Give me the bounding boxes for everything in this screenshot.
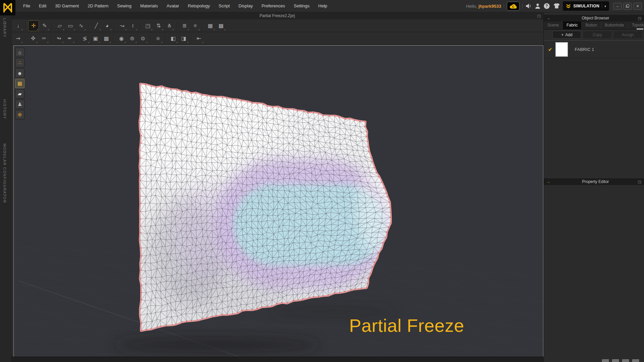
pin-arrow-icon[interactable]: → — [546, 179, 550, 184]
toolbar-separator — [177, 22, 177, 30]
attach-curve-icon[interactable]: ↬ — [54, 34, 64, 44]
fabric-texture-icon[interactable]: ▣ — [91, 34, 101, 44]
select-button-icon[interactable]: ◉ — [116, 34, 126, 44]
buttonhole-lock-icon[interactable]: ⊜ — [138, 34, 148, 44]
pin-select-icon[interactable]: ✜ — [28, 34, 38, 44]
toolbar-separator — [52, 22, 52, 30]
segment-sewing-icon[interactable]: ↝ — [117, 21, 127, 31]
tab-buttonhole[interactable]: Buttonhole — [601, 21, 628, 29]
mode-selector[interactable]: SIMULATION ▾ — [563, 1, 609, 11]
flatten-left-icon[interactable]: ◧ — [168, 34, 178, 44]
3d-viewport[interactable]: ⌂∴☻▦▰♟⊕ Partial Freeze — [13, 45, 543, 357]
toolbar-separator — [77, 35, 77, 43]
menu-help[interactable]: Help — [314, 0, 332, 12]
assign-button[interactable]: Assign — [613, 31, 642, 39]
menu-3d-garment[interactable]: 3D Garment — [51, 0, 83, 12]
side-tab-modular-configurator[interactable]: MODULAR CONFIGURATOR — [3, 143, 7, 203]
zipper-icon[interactable]: ≑ — [153, 34, 163, 44]
mesh-view-icon[interactable]: ▦ — [15, 79, 24, 88]
edit-curvature-icon[interactable]: ∿ — [76, 21, 86, 31]
pattern-outline-icon[interactable]: ◳ — [143, 21, 153, 31]
bottom-strip — [11, 357, 543, 362]
separator — [522, 4, 523, 8]
edit-sewing-icon[interactable]: ╱ — [91, 21, 101, 31]
menu-sewing[interactable]: Sewing — [113, 0, 136, 12]
minimize-button[interactable]: – — [613, 3, 622, 10]
avatar-bust-icon[interactable]: ♟ — [15, 100, 24, 109]
expand-window-icon[interactable]: ◳ — [537, 14, 541, 18]
fabric-checked-icon[interactable]: ✔ — [548, 47, 552, 53]
menu-display[interactable]: Display — [234, 0, 257, 12]
compress-icon[interactable]: ⇤ — [194, 34, 204, 44]
tab-button[interactable]: Button — [582, 21, 601, 29]
add-garment-icon[interactable] — [553, 3, 560, 9]
toolbar-separator — [150, 35, 151, 43]
sphere-tool-icon[interactable]: ◕ — [102, 21, 112, 31]
menu-edit[interactable]: Edit — [35, 0, 51, 12]
transform-pattern-icon[interactable]: ▱ — [55, 21, 65, 31]
side-tab-library[interactable]: LIBRARY — [3, 18, 7, 38]
uv-grid-3d-icon[interactable]: ▩ — [216, 21, 226, 31]
menu-avatar[interactable]: Avatar — [162, 0, 183, 12]
tab-topstitch[interactable]: Topstitch — [628, 21, 644, 29]
menu-preferences[interactable]: Preferences — [257, 0, 289, 12]
zipper-garment-icon[interactable]: ≶ — [80, 34, 90, 44]
help-icon[interactable]: ? — [543, 3, 550, 9]
fold-arrangement-icon[interactable]: ⇅ — [154, 21, 164, 31]
garment-fit-icon[interactable]: ⋔ — [164, 21, 174, 31]
property-editor-title: Property Editor — [553, 179, 638, 184]
pin-arrow-icon[interactable]: → — [546, 16, 550, 20]
tab-scene[interactable]: Scene — [544, 21, 563, 29]
fabric-pattern-icon[interactable]: ▩ — [101, 34, 111, 44]
menu-retopology[interactable]: Retopology — [183, 0, 214, 12]
expand-panel-icon[interactable]: ◳ — [638, 180, 641, 184]
menu-file[interactable]: File — [19, 0, 35, 12]
menu-script[interactable]: Script — [214, 0, 234, 12]
bottom-edge-button[interactable] — [602, 359, 609, 362]
app-logo[interactable] — [0, 0, 15, 15]
fabric-list-item[interactable]: ✔FABRIC 1 — [544, 41, 644, 59]
pleat-fold-icon[interactable]: ≣ — [179, 21, 190, 31]
add-button[interactable]: +Add — [552, 31, 581, 39]
expand-panel-icon[interactable]: ◳ — [638, 16, 641, 20]
uv-grid-icon[interactable]: ▦ — [205, 21, 215, 31]
pin-brush-icon[interactable]: ✑ — [39, 34, 49, 44]
select-brush-icon[interactable]: ✎ — [40, 21, 50, 31]
attach-pen-icon[interactable]: ✒ — [65, 34, 75, 44]
bottom-edge-button[interactable] — [612, 359, 619, 362]
toolbar-row-1: ↓✛✎▱▭∿╱◕↝≀◳⇅⋔≣≡▦▩ — [11, 19, 543, 32]
account-icon[interactable] — [535, 3, 541, 9]
show-garment-icon[interactable]: ⌂ — [15, 48, 24, 57]
chevron-down-icon[interactable]: ▾ — [604, 4, 606, 8]
fabric-swatch[interactable] — [555, 42, 568, 57]
toolbar-separator — [51, 35, 52, 43]
3d-scene-canvas[interactable] — [14, 46, 543, 357]
show-avatar-icon[interactable]: ☻ — [15, 68, 24, 78]
copy-button[interactable]: Copy — [583, 31, 612, 39]
wireframe-globe-icon[interactable]: ⊕ — [15, 110, 24, 119]
marvelous-designer-logo-icon — [2, 2, 13, 13]
show-cloth-icon[interactable]: ▰ — [15, 89, 24, 99]
menu-materials[interactable]: Materials — [136, 0, 162, 12]
free-sewing-icon[interactable]: ≀ — [128, 21, 138, 31]
bottom-edge-button[interactable] — [622, 359, 629, 362]
speaker-icon[interactable] — [525, 3, 532, 9]
button-icon[interactable]: ⊚ — [127, 34, 137, 44]
bottom-edge-button[interactable] — [632, 359, 639, 362]
restore-button[interactable] — [623, 3, 632, 10]
edit-pattern-icon[interactable]: ▭ — [65, 21, 75, 31]
walk-animation-icon[interactable]: ⇝ — [13, 34, 23, 44]
select-move-icon[interactable]: ✛ — [28, 20, 39, 31]
flatten-right-icon[interactable]: ◨ — [179, 34, 189, 44]
menu-bar: FileEdit3D Garment2D PatternSewingMateri… — [0, 0, 644, 12]
tab-fabric[interactable]: Fabric — [563, 21, 582, 29]
menu-2d-pattern[interactable]: 2D Pattern — [83, 0, 113, 12]
clo-cloud-icon[interactable]: C — [507, 2, 520, 11]
pleat-sewing-icon[interactable]: ≡ — [190, 21, 200, 31]
menu-settings[interactable]: Settings — [289, 0, 314, 12]
avatar-points-icon[interactable]: ∴ — [15, 58, 24, 67]
close-button[interactable]: ✕ — [633, 3, 642, 10]
right-panel: → Object Browser ◳ SceneFabricButtonButt… — [543, 12, 644, 362]
simulate-icon[interactable]: ↓ — [13, 21, 23, 31]
side-tab-history[interactable]: HISTORY — [3, 99, 7, 119]
